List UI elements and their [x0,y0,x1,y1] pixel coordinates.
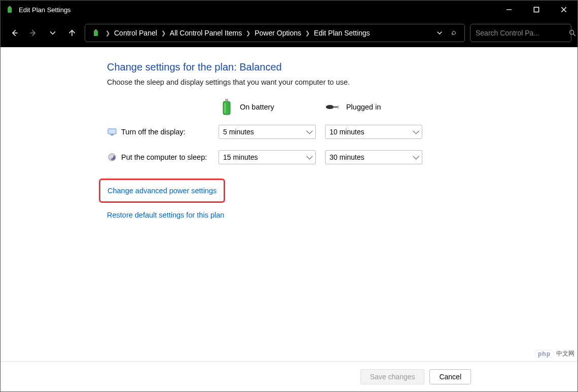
search-input[interactable] [476,29,564,37]
breadcrumb-item[interactable]: Control Panel [114,29,157,37]
restore-defaults-link[interactable]: Restore default settings for this plan [107,211,224,219]
save-button: Save changes [360,369,425,384]
address-dropdown-button[interactable] [434,29,445,37]
breadcrumb-item[interactable]: All Control Panel Items [170,29,242,37]
svg-rect-15 [338,105,339,106]
chevron-right-icon: ❯ [104,30,111,37]
sleep-plugged-select[interactable]: 30 minutes [325,150,422,164]
footer: Save changes Cancel [1,361,577,391]
svg-line-9 [573,34,575,35]
watermark: php 中文网 [534,349,574,358]
address-bar[interactable]: ❯ Control Panel ❯ All Control Panel Item… [85,24,465,42]
close-button[interactable] [550,1,577,19]
svg-rect-3 [534,7,538,12]
svg-rect-0 [8,7,12,13]
search-box[interactable] [470,24,571,42]
sleep-icon [107,153,117,162]
svg-point-13 [326,105,334,109]
chevron-right-icon: ❯ [160,30,167,37]
watermark-badge: php [534,350,554,358]
svg-rect-11 [225,99,228,101]
svg-rect-14 [333,106,338,108]
breadcrumb-item[interactable]: Edit Plan Settings [314,29,370,37]
svg-rect-18 [111,134,114,135]
back-button[interactable] [10,28,19,38]
sleep-battery-select[interactable]: 15 minutes [219,150,316,164]
svg-rect-12 [224,103,226,113]
content-area: Change settings for the plan: Balanced C… [1,47,577,361]
svg-point-8 [570,30,574,34]
column-header-battery: On battery [219,98,274,116]
maximize-button[interactable] [523,1,550,19]
battery-icon [219,98,235,116]
chevron-right-icon: ❯ [245,30,251,37]
cancel-button[interactable]: Cancel [429,369,471,384]
setting-row-sleep: Put the computer to sleep: 15 minutes 30… [107,150,577,164]
column-label: Plugged in [346,103,381,111]
highlight-box: Change advanced power settings [99,179,225,203]
display-plugged-select[interactable]: 10 minutes [325,125,422,139]
minimize-button[interactable] [495,1,523,19]
window-title: Edit Plan Settings [19,6,71,14]
svg-rect-7 [95,29,97,31]
location-icon [90,29,101,37]
search-icon [568,29,576,37]
svg-rect-1 [9,6,11,8]
svg-rect-6 [94,30,98,36]
page-subtitle: Choose the sleep and display settings th… [107,78,577,86]
up-button[interactable] [67,28,77,38]
plug-icon [325,102,341,112]
svg-rect-17 [108,129,116,134]
setting-label: Turn off the display: [121,128,186,136]
setting-row-display: Turn off the display: 5 minutes 10 minut… [107,125,577,139]
display-battery-select[interactable]: 5 minutes [219,125,316,139]
refresh-button[interactable] [448,28,459,38]
column-header-plugged: Plugged in [325,102,381,112]
watermark-text: 中文网 [556,349,574,358]
advanced-power-settings-link[interactable]: Change advanced power settings [107,187,216,195]
toolbar: ❯ Control Panel ❯ All Control Panel Item… [1,19,577,47]
svg-rect-16 [338,108,339,109]
column-label: On battery [240,103,274,111]
setting-label: Put the computer to sleep: [121,153,207,161]
app-icon [1,6,19,14]
page-title: Change settings for the plan: Balanced [107,61,577,73]
recent-locations-button[interactable] [48,28,57,38]
forward-button[interactable] [29,28,38,38]
breadcrumb-item[interactable]: Power Options [255,29,301,37]
chevron-right-icon: ❯ [304,30,311,37]
display-icon [107,127,117,136]
titlebar: Edit Plan Settings [1,1,577,19]
